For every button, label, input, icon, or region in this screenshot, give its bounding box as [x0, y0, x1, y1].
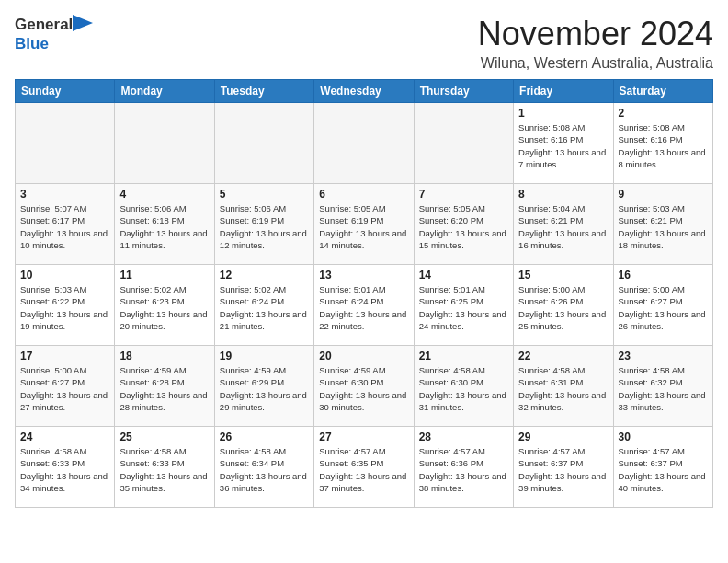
- table-row: 18Sunrise: 4:59 AMSunset: 6:28 PMDayligh…: [115, 346, 214, 427]
- day-number: 26: [220, 431, 309, 443]
- month-title: November 2024: [478, 15, 713, 53]
- day-number: 2: [619, 107, 708, 120]
- title-area: November 2024 Wiluna, Western Australia,…: [478, 15, 713, 72]
- table-row: 8Sunrise: 5:04 AMSunset: 6:21 PMDaylight…: [514, 184, 613, 265]
- day-info: Sunrise: 5:00 AMSunset: 6:26 PMDaylight:…: [518, 283, 608, 332]
- day-info: Sunrise: 4:57 AMSunset: 6:35 PMDaylight:…: [319, 445, 408, 494]
- day-number: 27: [319, 431, 408, 443]
- day-info: Sunrise: 5:04 AMSunset: 6:21 PMDaylight:…: [518, 202, 608, 251]
- table-row: 29Sunrise: 4:57 AMSunset: 6:37 PMDayligh…: [514, 427, 613, 508]
- table-row: 22Sunrise: 4:58 AMSunset: 6:31 PMDayligh…: [514, 346, 613, 427]
- day-info: Sunrise: 5:00 AMSunset: 6:27 PMDaylight:…: [20, 364, 109, 413]
- day-info: Sunrise: 4:58 AMSunset: 6:33 PMDaylight:…: [20, 445, 109, 494]
- day-info: Sunrise: 4:58 AMSunset: 6:33 PMDaylight:…: [119, 445, 209, 494]
- calendar-header-row: Sunday Monday Tuesday Wednesday Thursday…: [16, 80, 713, 103]
- calendar-week-row: 3Sunrise: 5:07 AMSunset: 6:17 PMDaylight…: [16, 184, 713, 265]
- table-row: [314, 103, 414, 184]
- table-row: 14Sunrise: 5:01 AMSunset: 6:25 PMDayligh…: [414, 265, 513, 346]
- table-row: [414, 103, 513, 184]
- table-row: 1Sunrise: 5:08 AMSunset: 6:16 PMDaylight…: [514, 103, 613, 184]
- calendar-week-row: 17Sunrise: 5:00 AMSunset: 6:27 PMDayligh…: [16, 346, 713, 427]
- table-row: 28Sunrise: 4:57 AMSunset: 6:36 PMDayligh…: [414, 427, 513, 508]
- table-row: 17Sunrise: 5:00 AMSunset: 6:27 PMDayligh…: [16, 346, 115, 427]
- table-row: 2Sunrise: 5:08 AMSunset: 6:16 PMDaylight…: [613, 103, 712, 184]
- day-number: 21: [419, 350, 508, 362]
- svg-marker-0: [73, 15, 93, 31]
- table-row: 24Sunrise: 4:58 AMSunset: 6:33 PMDayligh…: [16, 427, 115, 508]
- day-number: 7: [419, 188, 508, 201]
- day-number: 23: [619, 350, 708, 362]
- logo-arrow-icon: [73, 15, 93, 31]
- calendar-week-row: 1Sunrise: 5:08 AMSunset: 6:16 PMDaylight…: [16, 103, 713, 184]
- day-number: 15: [518, 269, 608, 282]
- day-number: 8: [518, 188, 608, 201]
- day-number: 11: [119, 269, 209, 282]
- day-number: 25: [119, 431, 209, 443]
- day-info: Sunrise: 4:57 AMSunset: 6:36 PMDaylight:…: [419, 445, 508, 494]
- day-number: 14: [419, 269, 508, 282]
- day-number: 13: [319, 269, 408, 282]
- day-number: 30: [619, 431, 708, 443]
- table-row: 26Sunrise: 4:58 AMSunset: 6:34 PMDayligh…: [214, 427, 313, 508]
- day-info: Sunrise: 4:58 AMSunset: 6:30 PMDaylight:…: [419, 364, 508, 413]
- table-row: 4Sunrise: 5:06 AMSunset: 6:18 PMDaylight…: [115, 184, 214, 265]
- table-row: 10Sunrise: 5:03 AMSunset: 6:22 PMDayligh…: [16, 265, 115, 346]
- table-row: 11Sunrise: 5:02 AMSunset: 6:23 PMDayligh…: [115, 265, 214, 346]
- header-sunday: Sunday: [16, 80, 115, 103]
- day-info: Sunrise: 5:05 AMSunset: 6:19 PMDaylight:…: [319, 202, 408, 251]
- day-number: 6: [319, 188, 408, 201]
- day-info: Sunrise: 5:08 AMSunset: 6:16 PMDaylight:…: [518, 121, 608, 170]
- day-info: Sunrise: 4:57 AMSunset: 6:37 PMDaylight:…: [619, 445, 708, 494]
- calendar-week-row: 10Sunrise: 5:03 AMSunset: 6:22 PMDayligh…: [16, 265, 713, 346]
- header-thursday: Thursday: [414, 80, 513, 103]
- table-row: 21Sunrise: 4:58 AMSunset: 6:30 PMDayligh…: [414, 346, 513, 427]
- table-row: [214, 103, 313, 184]
- table-row: 27Sunrise: 4:57 AMSunset: 6:35 PMDayligh…: [314, 427, 414, 508]
- day-number: 12: [220, 269, 309, 282]
- calendar-week-row: 24Sunrise: 4:58 AMSunset: 6:33 PMDayligh…: [16, 427, 713, 508]
- header-wednesday: Wednesday: [314, 80, 414, 103]
- day-info: Sunrise: 5:01 AMSunset: 6:25 PMDaylight:…: [419, 283, 508, 332]
- day-number: 18: [119, 350, 209, 362]
- table-row: 20Sunrise: 4:59 AMSunset: 6:30 PMDayligh…: [314, 346, 414, 427]
- table-row: 6Sunrise: 5:05 AMSunset: 6:19 PMDaylight…: [314, 184, 414, 265]
- day-number: 10: [20, 269, 109, 282]
- location-title: Wiluna, Western Australia, Australia: [478, 55, 713, 72]
- day-info: Sunrise: 4:59 AMSunset: 6:29 PMDaylight:…: [220, 364, 309, 413]
- day-info: Sunrise: 5:08 AMSunset: 6:16 PMDaylight:…: [619, 121, 708, 170]
- table-row: 16Sunrise: 5:00 AMSunset: 6:27 PMDayligh…: [613, 265, 712, 346]
- day-info: Sunrise: 4:57 AMSunset: 6:37 PMDaylight:…: [518, 445, 608, 494]
- header-saturday: Saturday: [613, 80, 712, 103]
- day-number: 4: [119, 188, 209, 201]
- day-info: Sunrise: 5:06 AMSunset: 6:19 PMDaylight:…: [220, 202, 309, 251]
- header-monday: Monday: [115, 80, 214, 103]
- day-info: Sunrise: 5:03 AMSunset: 6:21 PMDaylight:…: [619, 202, 708, 251]
- day-info: Sunrise: 5:03 AMSunset: 6:22 PMDaylight:…: [20, 283, 109, 332]
- day-info: Sunrise: 4:59 AMSunset: 6:30 PMDaylight:…: [319, 364, 408, 413]
- table-row: 19Sunrise: 4:59 AMSunset: 6:29 PMDayligh…: [214, 346, 313, 427]
- table-row: 3Sunrise: 5:07 AMSunset: 6:17 PMDaylight…: [16, 184, 115, 265]
- day-number: 5: [220, 188, 309, 201]
- table-row: 23Sunrise: 4:58 AMSunset: 6:32 PMDayligh…: [613, 346, 712, 427]
- day-number: 19: [220, 350, 309, 362]
- day-info: Sunrise: 5:02 AMSunset: 6:23 PMDaylight:…: [119, 283, 209, 332]
- table-row: 9Sunrise: 5:03 AMSunset: 6:21 PMDaylight…: [613, 184, 712, 265]
- day-info: Sunrise: 4:58 AMSunset: 6:32 PMDaylight:…: [619, 364, 708, 413]
- day-info: Sunrise: 4:58 AMSunset: 6:31 PMDaylight:…: [518, 364, 608, 413]
- day-number: 28: [419, 431, 508, 443]
- table-row: 30Sunrise: 4:57 AMSunset: 6:37 PMDayligh…: [613, 427, 712, 508]
- header-friday: Friday: [514, 80, 613, 103]
- table-row: 25Sunrise: 4:58 AMSunset: 6:33 PMDayligh…: [115, 427, 214, 508]
- day-number: 1: [518, 107, 608, 120]
- day-number: 24: [20, 431, 109, 443]
- table-row: [115, 103, 214, 184]
- header-tuesday: Tuesday: [214, 80, 313, 103]
- day-number: 3: [20, 188, 109, 201]
- day-info: Sunrise: 5:05 AMSunset: 6:20 PMDaylight:…: [419, 202, 508, 251]
- day-number: 29: [518, 431, 608, 443]
- logo: General Blue: [15, 15, 93, 52]
- day-info: Sunrise: 5:01 AMSunset: 6:24 PMDaylight:…: [319, 283, 408, 332]
- table-row: 13Sunrise: 5:01 AMSunset: 6:24 PMDayligh…: [314, 265, 414, 346]
- day-number: 17: [20, 350, 109, 362]
- day-info: Sunrise: 4:59 AMSunset: 6:28 PMDaylight:…: [119, 364, 209, 413]
